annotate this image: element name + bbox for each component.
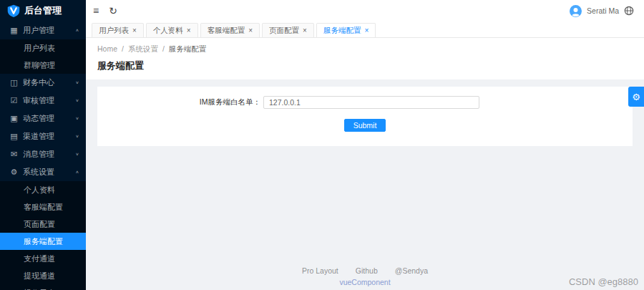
tab-label: 服务端配置 (323, 26, 361, 36)
sidebar-item-label: 审核管理 (23, 95, 75, 106)
sidebar-item-user-management[interactable]: ▦用户管理∧ (0, 21, 86, 39)
sidebar-item-label: 财务中心 (23, 77, 75, 88)
top-header: ≡ ↻ Serati Ma (86, 0, 644, 21)
footer-copyright[interactable]: vueComponent (86, 278, 644, 286)
tab-close-icon[interactable]: × (364, 27, 369, 34)
tab-label: 用户列表 (99, 26, 129, 36)
im-whitelist-label: IM服务端白名单： (97, 97, 260, 107)
tab-label: 页面配置 (269, 26, 299, 36)
breadcrumb-item: 服务端配置 (169, 44, 207, 54)
sidebar-subitem[interactable]: 个人资料 (0, 181, 86, 198)
page-footer: Pro LayoutGithub@Sendya vueComponent (86, 266, 644, 290)
breadcrumb-separator: / (162, 44, 165, 54)
caret-down-icon: ∨ (75, 80, 79, 84)
tab-bar: 用户列表×个人资料×客服端配置×页面配置×服务端配置× (86, 21, 644, 38)
sidebar-item-audit-management[interactable]: ☑审核管理∨ (0, 92, 86, 110)
submit-row: Submit (97, 119, 633, 132)
audit-icon: ☑ (9, 96, 19, 105)
breadcrumb-item[interactable]: 系统设置 (128, 44, 158, 54)
caret-up-icon: ∧ (75, 28, 79, 32)
app-layout: 后台管理 ▦用户管理∧用户列表群聊管理◫财务中心∨☑审核管理∨▣动态管理∨▤渠道… (0, 0, 644, 290)
message-icon: ✉ (9, 150, 19, 159)
footer-link[interactable]: Github (356, 266, 378, 275)
sidebar-item-finance-center[interactable]: ◫财务中心∨ (0, 74, 86, 92)
submenu-system-settings: 个人资料客服端配置页面配置服务端配置支付通道提现通道操作日志 (0, 181, 86, 290)
caret-up-icon: ∧ (75, 170, 79, 174)
tab-label: 个人资料 (153, 26, 183, 36)
caret-down-icon: ∨ (75, 98, 79, 102)
content-area: IM服务端白名单： Submit ⚙ Pro LayoutGithub@Send… (86, 79, 644, 290)
sidebar-subitem[interactable]: 提现通道 (0, 267, 86, 284)
sidebar-item-label: 用户管理 (23, 25, 75, 36)
im-whitelist-input[interactable] (263, 96, 479, 109)
sidebar-subitem[interactable]: 操作日志 (0, 284, 86, 290)
sidebar-subitem[interactable]: 客服端配置 (0, 198, 86, 216)
tab-label: 客服端配置 (208, 26, 245, 36)
tab-close-icon[interactable]: × (187, 27, 191, 34)
footer-links: Pro LayoutGithub@Sendya (86, 266, 644, 275)
sidebar-item-dynamic-management[interactable]: ▣动态管理∨ (0, 110, 86, 127)
tab-close-icon[interactable]: × (132, 27, 137, 34)
app-title: 后台管理 (24, 4, 62, 17)
sidebar-item-label: 系统设置 (23, 167, 75, 178)
footer-link[interactable]: Pro Layout (302, 266, 338, 275)
tab-页面配置[interactable]: 页面配置× (262, 23, 314, 37)
header-user-area: Serati Ma (570, 5, 634, 17)
settings-icon: ⚙ (9, 168, 19, 177)
tab-服务端配置[interactable]: 服务端配置× (316, 23, 376, 37)
channel-icon: ▤ (9, 132, 19, 141)
tab-个人资料[interactable]: 个人资料× (146, 23, 198, 37)
page-header: Home/系统设置/服务端配置 服务端配置 (86, 38, 644, 79)
appstore-icon: ▦ (9, 26, 19, 35)
sidebar-subitem[interactable]: 支付通道 (0, 250, 86, 267)
sidebar-menu: ▦用户管理∧用户列表群聊管理◫财务中心∨☑审核管理∨▣动态管理∨▤渠道管理∨✉消… (0, 21, 86, 290)
sidebar-item-label: 消息管理 (23, 149, 75, 160)
user-name[interactable]: Serati Ma (587, 6, 619, 15)
submit-button[interactable]: Submit (344, 119, 386, 132)
sidebar-item-system-settings[interactable]: ⚙系统设置∧ (0, 163, 86, 181)
sidebar-subitem[interactable]: 服务端配置 (0, 233, 86, 250)
caret-down-icon: ∨ (75, 152, 79, 156)
submenu-user-management: 用户列表群聊管理 (0, 39, 86, 74)
tab-用户列表[interactable]: 用户列表× (92, 23, 144, 37)
gear-icon: ⚙ (632, 92, 640, 102)
sidebar-subitem[interactable]: 页面配置 (0, 216, 86, 233)
caret-down-icon: ∨ (75, 134, 79, 138)
form-row: IM服务端白名单： (97, 96, 633, 109)
shield-logo-icon (7, 4, 20, 17)
breadcrumb: Home/系统设置/服务端配置 (97, 44, 633, 54)
sidebar-subitem[interactable]: 用户列表 (0, 39, 86, 57)
tab-close-icon[interactable]: × (248, 27, 253, 34)
avatar[interactable] (570, 5, 582, 17)
sidebar: 后台管理 ▦用户管理∧用户列表群聊管理◫财务中心∨☑审核管理∨▣动态管理∨▤渠道… (0, 0, 86, 290)
globe-language-icon[interactable] (624, 6, 634, 16)
sidebar-item-label: 动态管理 (23, 113, 75, 124)
main-area: ≡ ↻ Serati Ma 用户列表×个人资料×客服端配置×页面配置×服务端配置… (86, 0, 644, 290)
dynamic-icon: ▣ (9, 114, 19, 123)
sidebar-item-channel-management[interactable]: ▤渠道管理∨ (0, 127, 86, 145)
theme-settings-button[interactable]: ⚙ (628, 87, 644, 107)
breadcrumb-separator: / (122, 44, 124, 54)
refresh-icon[interactable]: ↻ (109, 6, 117, 16)
menu-fold-icon[interactable]: ≡ (93, 6, 99, 16)
caret-down-icon: ∨ (75, 116, 79, 120)
footer-link[interactable]: @Sendya (395, 266, 428, 275)
sidebar-item-label: 渠道管理 (23, 131, 75, 142)
app-logo[interactable]: 后台管理 (0, 0, 86, 21)
form-card: IM服务端白名单： Submit (97, 87, 633, 146)
sidebar-item-message-management[interactable]: ✉消息管理∨ (0, 145, 86, 163)
finance-icon: ◫ (9, 78, 19, 87)
sidebar-subitem[interactable]: 群聊管理 (0, 57, 86, 74)
page-title: 服务端配置 (97, 59, 633, 72)
breadcrumb-item[interactable]: Home (97, 44, 117, 54)
tab-close-icon[interactable]: × (303, 27, 307, 34)
tab-客服端配置[interactable]: 客服端配置× (200, 23, 260, 37)
